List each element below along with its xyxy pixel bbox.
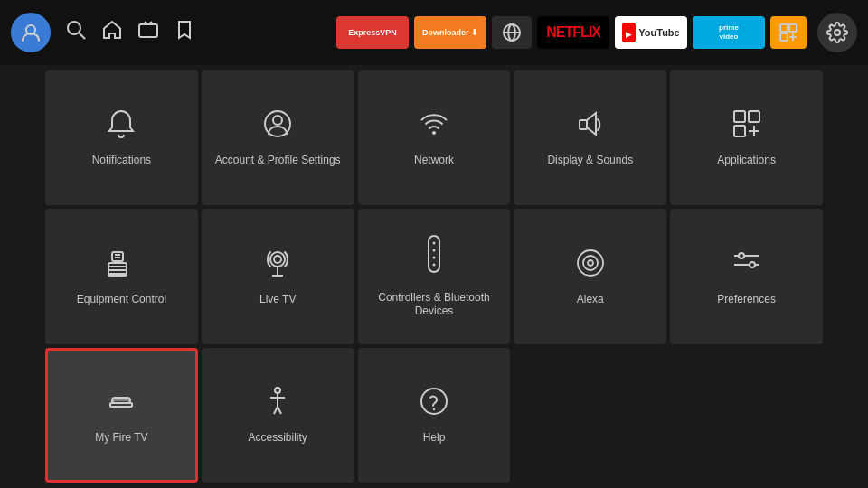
app-shortcuts: ExpressVPN Downloader ⬇ NETFLIX ▶ YouTub… [336, 16, 807, 49]
youtube-button[interactable]: ▶ YouTube [615, 16, 687, 49]
controllers-bluetooth-label: Controllers & Bluetooth Devices [369, 291, 500, 319]
live-tv-tile[interactable]: Live TV [202, 209, 354, 343]
equipment-control-tile[interactable]: Equipment Control [45, 209, 198, 343]
sliders-icon [731, 247, 763, 284]
svg-rect-19 [734, 126, 745, 136]
alexa-icon [574, 247, 607, 284]
my-fire-tv-tile[interactable]: My Fire TV [45, 348, 198, 483]
help-tile[interactable]: Help [358, 348, 511, 483]
prime-label: primevideo [719, 23, 739, 41]
applications-label: Applications [717, 154, 776, 168]
speaker-icon [574, 108, 607, 145]
generic-app-button[interactable] [492, 16, 532, 49]
netflix-label: NETFLIX [546, 24, 600, 41]
fire-remote-icon [105, 385, 137, 422]
svg-point-35 [432, 249, 435, 251]
svg-point-44 [750, 262, 755, 267]
svg-rect-18 [749, 111, 760, 122]
preferences-label: Preferences [717, 293, 776, 307]
controllers-bluetooth-tile[interactable]: Controllers & Bluetooth Devices [358, 209, 511, 343]
expressvpn-label: ExpressVPN [348, 28, 397, 37]
equipment-control-label: Equipment Control [77, 293, 166, 307]
svg-point-15 [432, 131, 436, 135]
svg-point-40 [588, 260, 593, 266]
my-fire-tv-label: My Fire TV [95, 431, 147, 446]
netflix-button[interactable]: NETFLIX [537, 16, 609, 49]
search-icon[interactable] [65, 19, 87, 46]
empty-cell-1 [514, 348, 666, 483]
alexa-tile[interactable]: Alexa [514, 209, 666, 343]
settings-grid: Notifications Account & Profile Settings… [0, 65, 868, 488]
empty-cell-2 [670, 348, 823, 483]
svg-point-51 [433, 408, 435, 410]
display-sounds-label: Display & Sounds [547, 154, 633, 168]
accessibility-tile[interactable]: Accessibility [202, 348, 354, 483]
tv-remote-icon [105, 247, 137, 284]
svg-rect-3 [139, 24, 157, 37]
svg-rect-7 [780, 24, 788, 32]
prime-video-button[interactable]: primevideo [693, 16, 765, 49]
svg-point-14 [273, 116, 282, 125]
alexa-label: Alexa [577, 293, 604, 307]
svg-rect-17 [734, 111, 745, 122]
svg-point-43 [739, 253, 744, 258]
svg-line-2 [80, 33, 86, 40]
network-tile[interactable]: Network [358, 70, 511, 205]
youtube-label: YouTube [638, 27, 679, 38]
tv-icon[interactable] [137, 19, 159, 46]
apps-icon [731, 108, 763, 145]
svg-point-30 [274, 256, 281, 263]
network-label: Network [414, 154, 454, 168]
svg-point-34 [432, 241, 435, 244]
svg-point-12 [835, 30, 840, 35]
accessibility-label: Accessibility [249, 431, 307, 446]
live-tv-label: Live TV [259, 293, 296, 307]
expressvpn-button[interactable]: ExpressVPN [336, 16, 409, 49]
svg-rect-47 [110, 403, 132, 407]
settings-button[interactable] [817, 13, 857, 52]
svg-rect-33 [429, 236, 439, 272]
bookmark-icon[interactable] [174, 19, 195, 46]
svg-point-39 [583, 256, 598, 270]
svg-point-38 [578, 250, 603, 276]
youtube-play-icon: ▶ [622, 23, 636, 42]
svg-point-48 [275, 388, 280, 393]
help-label: Help [423, 431, 446, 446]
applications-tile[interactable]: Applications [670, 70, 823, 205]
downloader-label: Downloader ⬇ [422, 28, 478, 37]
nav-left [11, 13, 195, 52]
accessibility-icon [261, 385, 294, 422]
squares-button[interactable] [770, 16, 807, 49]
svg-point-37 [432, 263, 435, 266]
svg-point-36 [432, 256, 435, 258]
account-profile-label: Account & Profile Settings [215, 154, 341, 168]
antenna-icon [261, 247, 294, 284]
top-nav: ExpressVPN Downloader ⬇ NETFLIX ▶ YouTub… [0, 0, 868, 65]
person-circle-icon [261, 108, 294, 145]
wifi-icon [418, 108, 450, 145]
downloader-button[interactable]: Downloader ⬇ [414, 16, 486, 49]
notifications-label: Notifications [92, 154, 151, 168]
svg-point-29 [270, 252, 285, 267]
svg-rect-9 [780, 33, 788, 41]
controller-icon [420, 234, 448, 282]
avatar[interactable] [11, 13, 51, 52]
display-sounds-tile[interactable]: Display & Sounds [514, 70, 666, 205]
svg-point-1 [68, 22, 80, 34]
svg-rect-8 [789, 24, 797, 32]
help-icon [418, 385, 450, 422]
notifications-tile[interactable]: Notifications [45, 70, 198, 205]
home-icon[interactable] [101, 19, 123, 46]
svg-rect-16 [580, 120, 587, 129]
bell-icon [105, 108, 137, 145]
preferences-tile[interactable]: Preferences [670, 209, 823, 343]
account-profile-tile[interactable]: Account & Profile Settings [202, 70, 354, 205]
